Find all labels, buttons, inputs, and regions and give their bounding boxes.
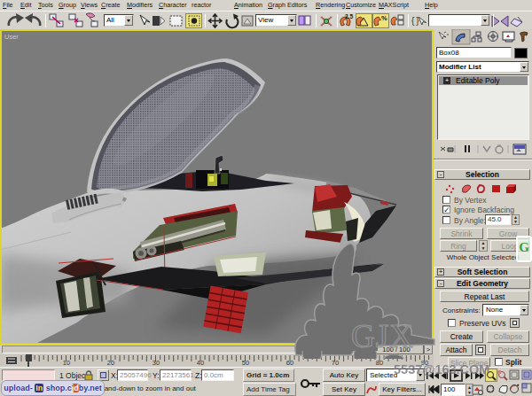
svg-text:80: 80 — [376, 359, 383, 367]
svg-text:50: 50 — [242, 359, 249, 367]
svg-text:%: % — [381, 14, 387, 22]
svg-text:30: 30 — [153, 359, 160, 367]
svg-text:20: 20 — [107, 359, 114, 367]
svg-text:40: 40 — [197, 359, 204, 367]
svg-text:2.5: 2.5 — [345, 13, 353, 19]
svg-text:70: 70 — [332, 359, 339, 367]
svg-text:10: 10 — [63, 359, 70, 367]
svg-text:60: 60 — [286, 359, 293, 367]
